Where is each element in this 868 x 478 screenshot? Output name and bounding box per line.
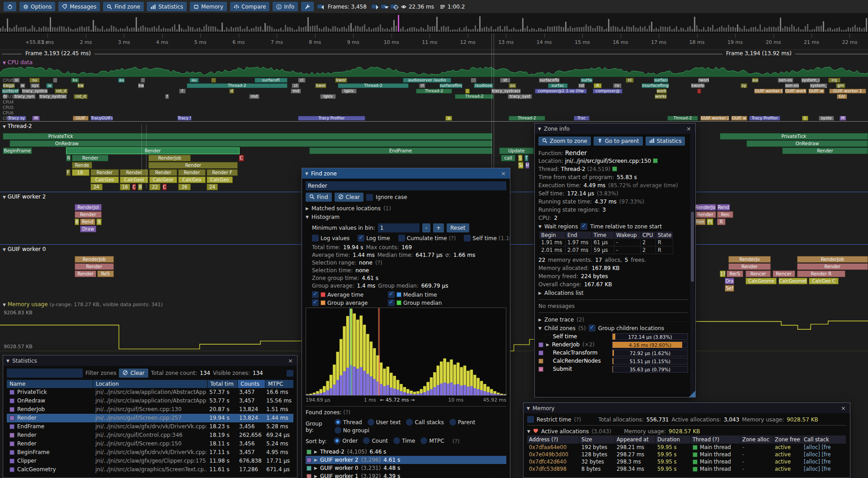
- timeline-zone[interactable]: Render: [797, 263, 868, 270]
- option-cumulate-time[interactable]: Cumulate time(?): [398, 235, 456, 241]
- reset-button[interactable]: Reset: [447, 223, 469, 232]
- timeline-zone[interactable]: Render: [75, 263, 113, 270]
- timeline-zone[interactable]: CalcGeo: [90, 176, 119, 183]
- child-zone-calcrendernodes[interactable]: CalcRenderNodes51.51 μs (1.15%): [538, 357, 688, 365]
- active-allocations-header[interactable]: ▼ Active allocations (3,043) Memory usag…: [527, 427, 846, 435]
- toolbar-button-options[interactable]: Options: [19, 2, 55, 11]
- scrollbar[interactable]: [690, 125, 694, 395]
- timeline-zone[interactable]: CalcGeo: [178, 176, 206, 183]
- timeline-zone[interactable]: CalcGeoi: [120, 176, 148, 183]
- timeline-zone[interactable]: Render: [66, 147, 240, 154]
- memory-column-size[interactable]: Size: [580, 435, 615, 444]
- timeline-zone[interactable]: Rencer: [745, 270, 771, 277]
- timeline-zone[interactable]: Render: [728, 263, 771, 270]
- close-icon[interactable]: ×: [840, 405, 847, 412]
- stats-row-onredraw[interactable]: OnRedrawjni/../jni/src/claw/application/…: [7, 397, 293, 405]
- timeline-zone[interactable]: CalcGeome: [745, 278, 777, 284]
- timeline-zone[interactable]: RenderJob: [148, 155, 191, 161]
- collapse-icon[interactable]: ▼: [3, 124, 6, 129]
- timeline-zone[interactable]: Sef: [725, 285, 734, 292]
- collapse-icon[interactable]: ▼: [538, 127, 541, 131]
- timeline-zone[interactable]: Render R: [797, 270, 846, 277]
- chevron-right-icon[interactable]: ▶: [538, 291, 542, 295]
- statistics-titlebar[interactable]: ▼ Statistics ×: [3, 355, 297, 366]
- timeline-zone[interactable]: Dra: [725, 278, 734, 284]
- stats-column-counts[interactable]: Counts: [238, 380, 265, 388]
- thread-header-guif-worker-2[interactable]: ▼ GUIF worker 2: [3, 194, 46, 200]
- legend-group-median[interactable]: Group median: [388, 299, 456, 306]
- stats-row-render[interactable]: Renderjni/../jni/src/guif/Control.cpp:34…: [7, 431, 293, 440]
- sort-by-count[interactable]: Count: [363, 437, 388, 444]
- restrict-time-checkbox[interactable]: [527, 416, 534, 423]
- timeline-zone[interactable]: Rende: [72, 162, 92, 169]
- collapse-icon[interactable]: ▼: [3, 61, 6, 65]
- child-zone-self-time[interactable]: Self time172.14 μs (3.83%): [538, 332, 688, 341]
- nav-next-frame[interactable]: [371, 4, 377, 9]
- nav-focus-frame[interactable]: [390, 4, 396, 9]
- zoom-to-zone-button[interactable]: Zoom to zone: [538, 137, 591, 146]
- memory-column-address[interactable]: Address (?): [527, 435, 580, 444]
- timeline-zone[interactable]: F: [66, 169, 71, 176]
- timeline-zone[interactable]: Render: [178, 169, 206, 176]
- timeline-zone[interactable]: C: [162, 184, 167, 190]
- timeline-zone[interactable]: RenderJob: [75, 256, 113, 263]
- chevron-down-icon[interactable]: ▼: [527, 429, 530, 434]
- chevron-right-icon[interactable]: ▶: [314, 466, 317, 470]
- toolbar-button-info[interactable]: Info: [273, 2, 298, 11]
- timeline-zone[interactable]: RenderJo: [728, 256, 771, 263]
- timeline-zone[interactable]: Ft: [707, 218, 713, 225]
- matched-source-locations[interactable]: ▶Matched source locations(1): [306, 204, 506, 213]
- memory-column-zone-alloc[interactable]: Zone alloc: [741, 435, 773, 444]
- toolbar-button-find-zone[interactable]: Find zone: [103, 2, 144, 11]
- histogram-section-header[interactable]: ▼Histogram: [306, 213, 506, 221]
- timeline-zone[interactable]: Render: [782, 147, 868, 154]
- timeline-zone[interactable]: C: [132, 184, 137, 190]
- frame-markers-row[interactable]: Frame 3,193 (22.45 ms) Frame 3,194 (13.9…: [0, 50, 868, 58]
- stats-row-render[interactable]: Renderjni/../jni/src/guif/Screen.cpp:257…: [7, 414, 293, 422]
- timeline-zone[interactable]: 24: [90, 184, 103, 190]
- timeline-zone[interactable]: Rend: [80, 218, 96, 225]
- chevron-down-icon[interactable]: ▼: [538, 326, 542, 331]
- stats-column-total-tim[interactable]: Total tim: [208, 380, 237, 388]
- timeline-zone[interactable]: Update: [499, 147, 534, 154]
- frame-label-3194[interactable]: Frame 3,194 (13.92 ms): [722, 50, 795, 57]
- allocations-list[interactable]: ▶Allocations list: [538, 289, 688, 297]
- found-group-guif-worker-0[interactable]: ▶GUIF worker 0(3,231)4.48 s: [306, 464, 506, 472]
- chevron-down-icon[interactable]: ▼: [538, 224, 542, 229]
- toolbar-button-wrench[interactable]: [301, 2, 314, 11]
- stats-row-clipper[interactable]: Clipperjni/../jni/src/claw/gfx/geo/Clipp…: [7, 457, 293, 465]
- timeline-zone[interactable]: Render: [75, 211, 102, 218]
- allocation-row-0x7dfc53d898[interactable]: 0x7dfc53d8988 bytes298.34 ms59.95 sMain …: [527, 465, 846, 473]
- zone-trace[interactable]: ▶Zone trace(2): [538, 315, 688, 324]
- stats-row-privatetick[interactable]: PrivateTickjni/../jni/src/claw/applicati…: [7, 388, 293, 397]
- timeline-zone[interactable]: S: [518, 155, 523, 161]
- wait-regions-header[interactable]: ▼Wait regions Time relative to zone star…: [538, 222, 688, 231]
- legend-group-average[interactable]: Group average: [312, 299, 380, 306]
- memory-column-zone-free[interactable]: Zone free: [773, 435, 802, 444]
- scrollbar-thumb[interactable]: [691, 212, 694, 282]
- group-by-no-groupi[interactable]: No groupi: [335, 427, 369, 434]
- memory-titlebar[interactable]: ▼ Memory ×: [524, 403, 850, 413]
- ignore-case-checkbox[interactable]: [366, 194, 373, 201]
- timeline-zone[interactable]: Rend: [717, 204, 730, 211]
- timeline-zone[interactable]: Draw: [80, 226, 96, 232]
- close-icon[interactable]: ×: [500, 170, 507, 177]
- stats-column-mtpc[interactable]: MTPC: [265, 380, 293, 388]
- timeline-zone[interactable]: Render: [120, 169, 148, 176]
- stats-row-render[interactable]: Renderjni/../jni/src/guif/Screen.cpp:150…: [7, 440, 293, 448]
- collapse-icon[interactable]: ▼: [6, 359, 9, 363]
- stats-column-name[interactable]: Name: [7, 380, 93, 388]
- group-by-user-text[interactable]: User text: [368, 419, 401, 426]
- close-icon[interactable]: ×: [287, 357, 294, 364]
- zone-thread[interactable]: Thread: Thread-2 (24,519): [538, 165, 688, 173]
- child-zone-renderjob[interactable]: ▶RenderJob(×2)4.16 ms (92.60%): [538, 341, 688, 349]
- timeline-zone[interactable]: 24: [207, 184, 218, 190]
- memory-column-appeared-at[interactable]: Appeared at: [615, 435, 656, 444]
- sort-by-mtpc[interactable]: MTPC: [420, 437, 444, 444]
- timeline-zone[interactable]: OnRedraw: [9, 140, 492, 147]
- chevron-right-icon[interactable]: ▶: [314, 450, 317, 454]
- timeline-zone[interactable]: Render: [149, 169, 177, 176]
- timeline-zone[interactable]: Su: [518, 162, 524, 169]
- min-bin-increase-button[interactable]: +: [433, 223, 444, 232]
- timeline-zone[interactable]: call: [501, 155, 516, 161]
